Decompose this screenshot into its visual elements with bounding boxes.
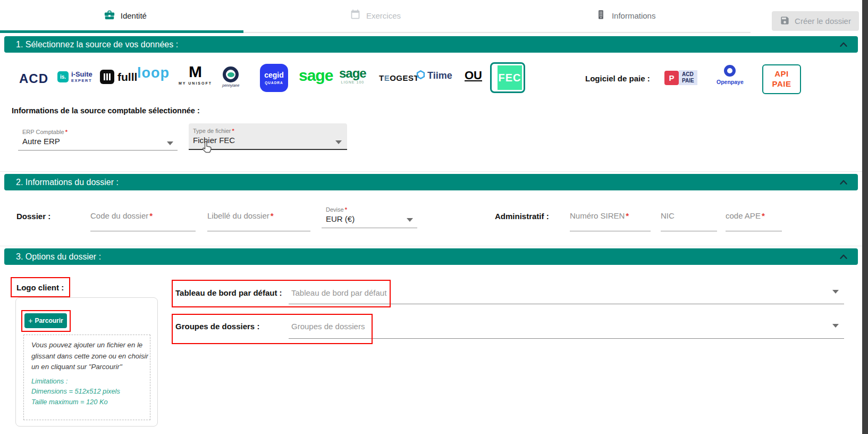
libelle-dossier-input[interactable]: Libellé du dossier*: [207, 208, 310, 231]
numero-siren-placeholder: Numéro SIREN: [570, 211, 625, 220]
required-asterisk: *: [345, 206, 347, 213]
groupes-dossiers-select[interactable]: Groupes de dossiers: [291, 322, 365, 331]
source-logo-isuite-expert[interactable]: is. i-Suite EXPERT: [57, 71, 92, 83]
source-option-ou[interactable]: OU: [465, 69, 482, 82]
tab-exercices[interactable]: Exercices: [250, 0, 501, 31]
briefcase-icon: [104, 9, 115, 22]
logiciel-de-paie-label: Logiciel de paie :: [585, 74, 650, 83]
source-logo-cegid-quadra[interactable]: cegid QUADRA: [260, 64, 288, 92]
acd-paie-icon: P: [664, 71, 679, 85]
paie-logo-api-paie[interactable]: API PAIE: [762, 64, 801, 94]
erp-comptable-select[interactable]: ERP Comptable* Autre ERP: [18, 127, 178, 151]
scrollbar[interactable]: [862, 0, 868, 434]
devise-select[interactable]: Devise* EUR (€): [322, 204, 417, 228]
section-options-title: 3. Options du dossier :: [16, 252, 101, 262]
source-info-heading: Informations de la source comptable séle…: [12, 106, 200, 115]
code-ape-placeholder: code APE: [726, 211, 761, 220]
source-logo-my-unisoft[interactable]: M MY UNISOFT: [179, 64, 212, 85]
hand-cursor-icon: [200, 140, 213, 156]
limitations-dimensions: Dimensions = 512x512 pixels: [31, 386, 150, 397]
acd-paie-label: ACD: [682, 71, 694, 78]
chevron-up-icon[interactable]: [838, 39, 849, 53]
chevron-down-icon[interactable]: [167, 141, 173, 145]
required-asterisk: *: [149, 211, 153, 220]
required-asterisk: *: [626, 211, 629, 220]
source-logo-teogest[interactable]: TEOGEST: [379, 73, 419, 82]
tableau-de-bord-select[interactable]: Tableau de bord par défaut: [291, 288, 386, 297]
type-fichier-label: Type de fichier: [193, 128, 231, 134]
source-logo-sage[interactable]: sage: [299, 66, 333, 85]
chevron-up-icon[interactable]: [838, 251, 849, 265]
code-dossier-input[interactable]: Code du dossier*: [90, 208, 196, 231]
isuite-icon: is.: [57, 71, 69, 82]
pennylane-label: pennylane: [222, 84, 239, 87]
code-dossier-placeholder: Code du dossier: [90, 211, 148, 220]
logo-client-label: Logo client :: [16, 283, 64, 292]
tiime-label: Tiime: [427, 70, 452, 81]
section-informations-title: 2. Informations du dossier :: [16, 178, 119, 187]
numero-siren-input[interactable]: Numéro SIREN*: [570, 208, 651, 231]
file-dropzone[interactable]: Vous pouvez ajouter un fichier en le gli…: [23, 335, 150, 420]
required-asterisk: *: [762, 211, 765, 220]
api-paie-label: API: [774, 69, 789, 79]
source-logo-loop[interactable]: loop: [137, 65, 170, 81]
tab-identite-label: Identité: [121, 11, 147, 20]
create-dossier-page: Identité Exercices Informations Créer le…: [0, 0, 868, 434]
sage-ligne100-sublabel: LIGNE 100: [341, 80, 365, 84]
section-source-title: 1. Sélectionnez la source de vos données…: [16, 40, 178, 49]
calendar-icon: [350, 9, 361, 22]
source-logo-sage-ligne100[interactable]: sage LIGNE 100: [339, 67, 366, 84]
tab-divider-line: [243, 32, 751, 33]
pennylane-icon: [223, 66, 239, 82]
section-source-header[interactable]: 1. Sélectionnez la source de vos données…: [4, 36, 858, 53]
parcourir-label: Parcourir: [35, 317, 63, 324]
chevron-down-icon[interactable]: [407, 218, 413, 222]
section-divider: [0, 171, 862, 172]
teogest-t: T: [379, 73, 384, 82]
paie-logo-acd-paie[interactable]: P ACD PAIE: [664, 70, 697, 85]
fec-label: FEC: [498, 65, 522, 90]
tableau-de-bord-underline: [289, 304, 844, 304]
paie-logo-openpaye[interactable]: Openpaye: [717, 65, 744, 85]
limitations-size: Taille maximum = 120 Ko: [31, 397, 150, 407]
libelle-dossier-placeholder: Libellé du dossier: [207, 211, 269, 220]
my-unisoft-label: MY UNISOFT: [179, 81, 212, 85]
type-fichier-value: Fichier FEC: [193, 136, 347, 145]
active-tab-indicator: [0, 30, 243, 33]
chevron-up-icon[interactable]: [838, 177, 849, 190]
nic-input[interactable]: NIC: [661, 208, 717, 231]
parcourir-button[interactable]: + Parcourir: [24, 313, 67, 328]
erp-comptable-label: ERP Comptable: [22, 129, 64, 135]
chevron-down-icon[interactable]: [832, 324, 839, 328]
source-logo-fulll[interactable]: fulll: [100, 70, 137, 84]
dropzone-instruction-line3: un en cliquant sur "Parcourir": [31, 362, 150, 373]
dropzone-instruction-line2: glissant dans cette zone ou en choisir: [31, 351, 150, 362]
required-asterisk: *: [271, 211, 274, 220]
isuite-label: i-Suite: [71, 71, 92, 78]
source-logo-acd[interactable]: ACD: [19, 71, 48, 86]
fulll-icon: [100, 70, 114, 84]
chevron-down-icon[interactable]: [335, 140, 342, 144]
save-icon: [780, 15, 790, 27]
acd-paie-sublabel: PAIE: [682, 78, 694, 84]
nic-placeholder: NIC: [661, 211, 675, 220]
tab-informations[interactable]: Informations: [500, 0, 751, 31]
source-logo-pennylane[interactable]: pennylane: [222, 66, 239, 87]
section-informations-header[interactable]: 2. Informations du dossier :: [4, 174, 858, 190]
my-unisoft-icon: M: [189, 64, 202, 80]
tab-informations-label: Informations: [612, 11, 656, 20]
cegid-sublabel: QUADRA: [265, 81, 283, 85]
code-ape-input[interactable]: code APE*: [726, 208, 782, 231]
tab-identite[interactable]: Identité: [0, 0, 250, 31]
devise-label: Devise: [326, 206, 344, 213]
section-options-header[interactable]: 3. Options du dossier :: [4, 248, 858, 265]
chevron-down-icon[interactable]: [832, 290, 839, 294]
create-dossier-button[interactable]: Créer le dossier: [772, 11, 859, 31]
fulll-label: fulll: [117, 71, 137, 84]
source-logo-tiime[interactable]: Tiime: [416, 70, 452, 81]
dossier-group-label: Dossier :: [16, 212, 50, 221]
groupes-dossiers-underline: [289, 338, 844, 339]
openpaye-label: Openpaye: [717, 79, 744, 85]
source-logo-fec[interactable]: FEC: [490, 62, 525, 93]
groupes-dossiers-label: Groupes de dossiers :: [175, 322, 259, 331]
